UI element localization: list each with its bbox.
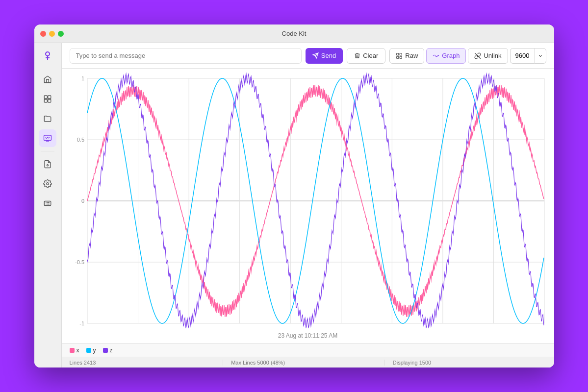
sidebar-divider	[41, 151, 54, 151]
window-title: Code Kit	[282, 30, 307, 37]
baud-dropdown[interactable]	[535, 48, 546, 64]
svg-rect-4	[48, 96, 51, 98]
sidebar-item-home[interactable]	[39, 71, 56, 88]
legend-label-y: y	[93, 347, 96, 354]
status-lines: Lines 2413	[70, 360, 223, 366]
sidebar-item-blocks[interactable]	[39, 90, 56, 108]
svg-rect-16	[400, 56, 402, 58]
baud-value: 9600	[510, 48, 535, 64]
sidebar-item-monitor[interactable]	[39, 129, 56, 147]
graph-button[interactable]: Graph	[426, 48, 466, 64]
svg-point-8	[47, 165, 49, 166]
svg-rect-15	[397, 56, 399, 58]
unlink-label: Unlink	[484, 52, 501, 59]
raw-label: Raw	[405, 52, 418, 59]
svg-point-9	[47, 183, 49, 185]
svg-rect-14	[400, 53, 402, 55]
right-panel: Send Clear	[62, 43, 554, 368]
sidebar-item-serial[interactable]	[39, 195, 56, 212]
svg-rect-5	[44, 99, 47, 102]
status-max-lines: Max Lines 5000 (48%)	[223, 360, 384, 366]
unlink-button[interactable]: Unlink	[468, 48, 508, 64]
sidebar-item-file[interactable]	[39, 155, 56, 173]
toolbar-right: Raw Graph Unlink	[389, 48, 546, 64]
timestamp-label: 23 Aug at 10:11:25 AM	[278, 332, 337, 339]
app-logo	[40, 48, 55, 64]
minimize-button[interactable]	[49, 31, 55, 37]
clear-button[interactable]: Clear	[347, 48, 385, 64]
legend-dot-z	[103, 348, 108, 353]
legend-dot-y	[86, 348, 91, 353]
baud-rate-control: 9600	[510, 48, 546, 64]
svg-rect-10	[44, 201, 51, 206]
status-bar: Lines 2413 Max Lines 5000 (48%) Displayi…	[62, 357, 554, 368]
svg-point-0	[46, 52, 50, 56]
clear-label: Clear	[363, 52, 378, 59]
svg-rect-3	[44, 96, 47, 98]
message-input[interactable]	[70, 48, 302, 64]
legend-bar: x y z	[62, 343, 554, 357]
titlebar: Code Kit	[34, 24, 554, 43]
app-window: Code Kit	[34, 24, 554, 368]
svg-rect-6	[48, 99, 51, 102]
sidebar	[34, 43, 62, 368]
sidebar-item-settings[interactable]	[39, 175, 56, 193]
traffic-lights	[40, 31, 64, 37]
legend-item-x: x	[70, 347, 79, 354]
svg-rect-13	[397, 53, 399, 55]
svg-rect-7	[44, 135, 51, 141]
sidebar-item-folder[interactable]	[39, 110, 56, 127]
send-button[interactable]: Send	[306, 48, 343, 64]
toolbar: Send Clear	[62, 43, 554, 69]
graph-canvas	[62, 69, 554, 328]
legend-item-y: y	[86, 347, 96, 354]
close-button[interactable]	[40, 31, 46, 37]
graph-label: Graph	[442, 52, 460, 59]
main-content: Send Clear	[34, 43, 554, 368]
maximize-button[interactable]	[58, 31, 64, 37]
chart-area: 23 Aug at 10:11:25 AM	[62, 69, 554, 343]
raw-button[interactable]: Raw	[389, 48, 424, 64]
status-displaying: Displaying 1500	[384, 360, 546, 366]
send-label: Send	[321, 52, 336, 59]
legend-item-z: z	[103, 347, 113, 354]
legend-label-x: x	[77, 347, 79, 354]
legend-dot-x	[70, 348, 75, 353]
legend-label-z: z	[110, 347, 113, 354]
